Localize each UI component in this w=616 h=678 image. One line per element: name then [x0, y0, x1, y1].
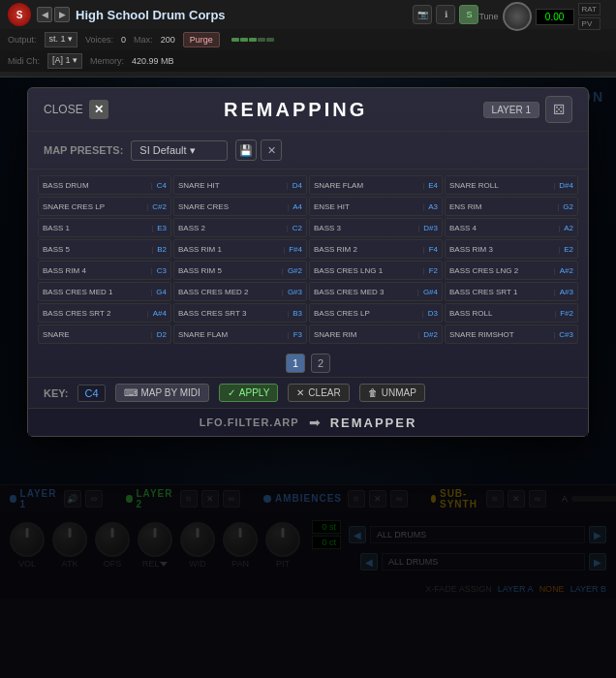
remap-item[interactable]: BASS RIM 5|G#2: [173, 261, 307, 280]
key-row: KEY: C4 ⌨ MAP BY MIDI ✓ APPLY ✕ CLEAR 🗑 …: [28, 377, 588, 408]
remap-separator: |: [554, 288, 556, 296]
nav-prev-button[interactable]: ◀: [37, 7, 52, 22]
remap-item[interactable]: BASS DRUM|C4: [38, 175, 171, 195]
remap-item[interactable]: BASS 3|D#3: [309, 218, 443, 237]
remap-item[interactable]: BASS RIM 2|F4: [309, 239, 443, 259]
remap-separator: |: [553, 330, 555, 339]
apply-button[interactable]: ✓ APPLY: [219, 384, 279, 402]
remap-item[interactable]: BASS CRES LNG 2|A#2: [445, 261, 578, 280]
remap-item[interactable]: BASS CRES LNG 1|F2: [309, 261, 443, 280]
remap-item[interactable]: BASS CRES SRT 1|A#3: [445, 282, 578, 301]
remap-item-key: E4: [428, 181, 438, 190]
remap-separator: |: [282, 266, 284, 275]
remap-separator: |: [151, 181, 153, 190]
page-2-button[interactable]: 2: [311, 354, 330, 373]
remap-item-name: SNARE RIMSHOT: [449, 330, 551, 339]
remap-separator: |: [287, 181, 289, 190]
remap-item-name: SNARE FLAM: [178, 330, 286, 339]
remap-separator: |: [151, 245, 153, 254]
save-preset-button[interactable]: 💾: [235, 139, 257, 161]
page-1-button[interactable]: 1: [286, 354, 305, 373]
camera-icon[interactable]: 📷: [413, 5, 432, 24]
remap-item-name: BASS CRES SRT 3: [178, 309, 285, 318]
remap-separator: |: [423, 266, 425, 275]
remap-item[interactable]: SNARE RIM|D#2: [309, 324, 443, 344]
max-label: Max:: [134, 35, 153, 45]
remap-item[interactable]: BASS 5|B2: [38, 239, 171, 259]
voices-value: 0: [121, 35, 126, 45]
tune-display: 0.00: [536, 9, 574, 25]
remap-item[interactable]: ENSE HIT|A3: [309, 197, 443, 216]
remap-item[interactable]: BASS RIM 3|E2: [445, 239, 578, 259]
close-button[interactable]: CLOSE ✕: [44, 100, 108, 119]
remap-item-key: C#3: [559, 330, 573, 339]
close-preset-button[interactable]: ✕: [261, 139, 282, 161]
remap-separator: |: [557, 202, 559, 211]
remap-item[interactable]: BASS CRES MED 3|G#4: [309, 282, 443, 301]
remap-item[interactable]: SNARE HIT|D4: [173, 175, 307, 195]
unmap-button[interactable]: 🗑 UNMAP: [359, 384, 425, 402]
remap-item[interactable]: BASS 4|A2: [445, 218, 578, 237]
remap-item-key: F4: [429, 245, 438, 254]
midi-label: Midi Ch:: [8, 56, 40, 66]
purge-button[interactable]: Purge: [183, 32, 220, 47]
remap-separator: |: [417, 288, 419, 296]
remap-item[interactable]: SNARE CRES LP|C#2: [38, 197, 171, 216]
clear-button[interactable]: ✕ CLEAR: [288, 384, 349, 402]
remap-item-key: C4: [157, 181, 167, 190]
key-value: C4: [77, 385, 105, 402]
remap-item[interactable]: BASS RIM 1|F#4: [173, 239, 307, 259]
remap-item[interactable]: SNARE FLAM|E4: [309, 175, 443, 195]
midi-dropdown[interactable]: [A] 1 ▾: [47, 53, 82, 69]
map-midi-icon: ⌨: [124, 387, 138, 398]
remap-item-name: BASS RIM 5: [178, 266, 280, 275]
tune-knob[interactable]: [503, 2, 532, 31]
top-bar: S ◀ ▶ High School Drum Corps 📷 ℹ S Tune …: [0, 0, 616, 77]
remap-item[interactable]: BASS 1|E3: [38, 218, 171, 237]
remap-item-key: C3: [157, 266, 167, 275]
remap-item-name: BASS DRUM: [43, 181, 149, 190]
remap-separator: |: [422, 181, 424, 190]
main-container: S ◀ ▶ High School Drum Corps 📷 ℹ S Tune …: [0, 0, 616, 678]
info-icon[interactable]: ℹ: [436, 5, 455, 24]
remap-item-name: BASS 3: [314, 224, 416, 232]
map-by-midi-button[interactable]: ⌨ MAP BY MIDI: [115, 384, 209, 402]
remap-item[interactable]: BASS CRES SRT 2|A#4: [38, 303, 171, 323]
remap-item[interactable]: SNARE CRES|A4: [173, 197, 307, 216]
output-dropdown[interactable]: st. 1 ▾: [45, 32, 78, 47]
remap-item[interactable]: BASS CRES MED 2|G#3: [173, 282, 307, 301]
remap-item-name: BASS ROLL: [449, 309, 552, 318]
remap-item[interactable]: SNARE FLAM|F3: [173, 324, 307, 344]
remap-item[interactable]: SNARE RIMSHOT|C#3: [445, 324, 578, 344]
remap-item[interactable]: BASS CRES LP|D3: [309, 303, 443, 323]
remap-separator: |: [553, 181, 555, 190]
pv-display: PV: [578, 17, 601, 30]
remap-item[interactable]: BASS CRES SRT 3|B3: [173, 303, 307, 323]
meter-seg-5: [266, 38, 274, 42]
lfo-filter-arp-label[interactable]: LFO.FILTER.ARP: [200, 416, 299, 428]
meter-seg-2: [240, 38, 248, 42]
remap-item[interactable]: BASS RIM 4|C3: [38, 261, 171, 280]
settings-s-button[interactable]: S: [459, 5, 478, 24]
remap-item-key: G4: [156, 288, 167, 296]
map-presets-row: MAP PRESETS: SI Default ▾ 💾 ✕: [28, 132, 588, 170]
preset-dropdown[interactable]: SI Default ▾: [131, 140, 228, 161]
remap-separator: |: [151, 266, 153, 275]
remap-item[interactable]: BASS CRES MED 1|G4: [38, 282, 171, 301]
remap-item[interactable]: SNARE ROLL|D#4: [445, 175, 578, 195]
nav-next-button[interactable]: ▶: [54, 7, 70, 22]
remap-item-name: BASS CRES SRT 1: [449, 288, 552, 296]
remap-item[interactable]: BASS 2|C2: [173, 218, 307, 237]
remap-item-key: G#2: [288, 266, 302, 275]
remap-item-key: A3: [428, 202, 438, 211]
remap-item[interactable]: SNARE|D2: [38, 324, 171, 344]
remap-item-key: B2: [157, 245, 167, 254]
dice-icon[interactable]: ⚄: [545, 96, 572, 123]
lfo-arrow-icon: ➡: [309, 415, 321, 430]
remap-item[interactable]: BASS ROLL|F#2: [445, 303, 578, 323]
remap-item[interactable]: ENS RIM|G2: [445, 197, 578, 216]
remap-separator: |: [151, 224, 153, 232]
remap-item-name: SNARE HIT: [178, 181, 285, 190]
remap-separator: |: [558, 245, 560, 254]
remap-item-name: BASS RIM 1: [178, 245, 281, 254]
